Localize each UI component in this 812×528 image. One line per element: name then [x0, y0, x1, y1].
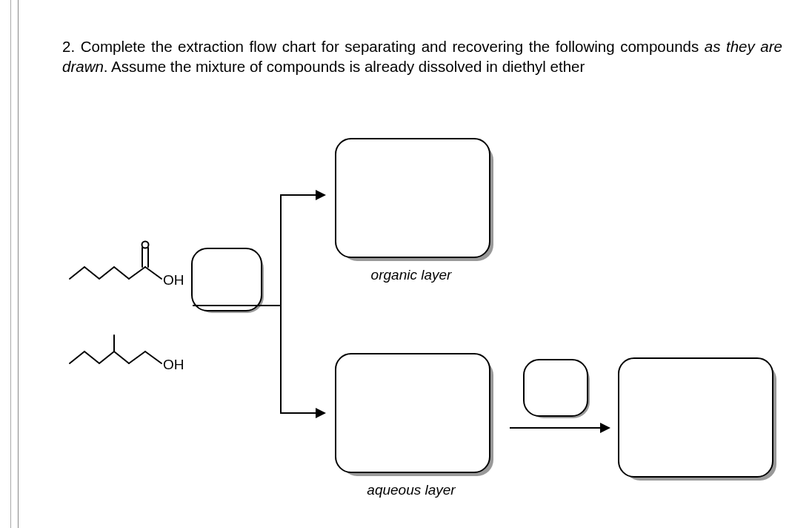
margin-bar-inner — [10, 0, 11, 528]
alcohol-oh-label: OH — [163, 357, 184, 372]
flow-line-bottom — [280, 412, 316, 414]
molecule-acid: OH — [65, 237, 184, 304]
arrowhead-bottom — [316, 408, 326, 418]
svg-line-3 — [145, 267, 162, 279]
page: 2. Complete the extraction flow chart fo… — [0, 0, 812, 528]
arrowhead-top — [316, 190, 326, 200]
molecule-alcohol: OH — [65, 326, 184, 386]
product-box[interactable] — [618, 357, 773, 478]
organic-label: organic layer — [335, 267, 487, 283]
flow-line-top — [280, 194, 316, 196]
aqueous-box[interactable] — [335, 353, 490, 473]
flow-line-vertical — [280, 194, 282, 414]
question-number: 2. — [62, 38, 75, 55]
arrowhead-right — [600, 423, 610, 433]
margin-bar-outer — [0, 0, 19, 528]
aqueous-label: aqueous layer — [335, 482, 487, 498]
svg-line-6 — [129, 352, 145, 363]
question-body-1: Complete the extraction flow chart for s… — [81, 38, 705, 55]
acid-oh-label: OH — [163, 272, 184, 288]
svg-line-0 — [129, 267, 145, 279]
svg-point-4 — [142, 242, 149, 248]
question-text: 2. Complete the extraction flow chart fo… — [62, 37, 782, 76]
question-body-2: . Assume the mixture of compounds is alr… — [104, 58, 585, 75]
reagent-box-1[interactable] — [191, 248, 262, 311]
flow-line-stub — [193, 305, 282, 306]
flow-line-right — [510, 427, 600, 429]
organic-box[interactable] — [335, 138, 490, 258]
reagent-box-2[interactable] — [523, 359, 588, 417]
svg-line-7 — [145, 352, 162, 363]
